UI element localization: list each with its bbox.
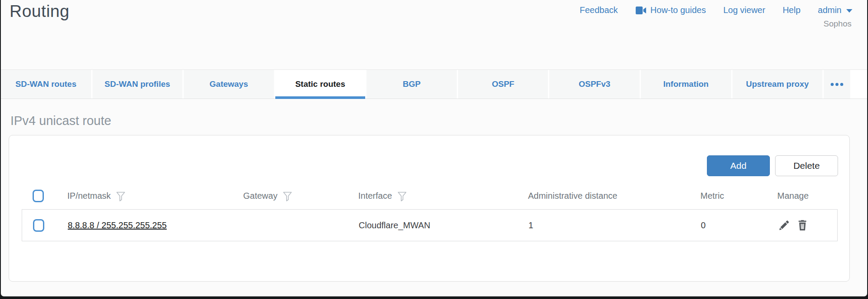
header-select-cell — [22, 190, 54, 202]
table-row: 8.8.8.8 / 255.255.255.255 Cloudflare_MWA… — [22, 209, 838, 241]
add-button[interactable]: Add — [707, 155, 770, 176]
column-label: Interface — [358, 191, 392, 201]
delete-button[interactable]: Delete — [775, 155, 838, 176]
interface-cell: Cloudflare_MWAN — [346, 220, 515, 230]
column-header-manage: Manage — [764, 191, 838, 201]
help-label: Help — [782, 5, 800, 15]
column-header-interface: Interface — [345, 190, 515, 202]
row-checkbox[interactable] — [33, 219, 44, 232]
top-nav: Feedback How-to guides Log viewer Help a… — [580, 5, 852, 15]
log-viewer-link[interactable]: Log viewer — [723, 5, 766, 15]
tab-static-routes[interactable]: Static routes — [275, 70, 367, 99]
tab-bar-filler — [851, 70, 867, 99]
log-viewer-label: Log viewer — [723, 5, 766, 15]
tab-more-menu[interactable] — [824, 70, 851, 99]
ip-netmask-cell: 8.8.8.8 / 255.255.255.255 — [55, 220, 231, 230]
column-header-administrative-distance: Administrative distance — [515, 191, 687, 201]
tab-ospfv3[interactable]: OSPFv3 — [549, 70, 641, 99]
funnel-icon[interactable] — [397, 191, 407, 202]
howto-guides-link[interactable]: How-to guides — [635, 5, 706, 15]
table-header-row: IP/netmask Gateway Interface — [22, 182, 838, 209]
manage-cell — [765, 219, 837, 232]
pencil-icon[interactable] — [778, 219, 791, 232]
tab-sd-wan-routes[interactable]: SD-WAN routes — [1, 70, 92, 99]
tab-bar: SD-WAN routes SD-WAN profiles Gateways S… — [1, 69, 867, 99]
column-label: Administrative distance — [528, 191, 617, 201]
column-label: Manage — [777, 191, 809, 201]
routes-table: IP/netmask Gateway Interface — [22, 182, 838, 241]
page-header: Routing Feedback How-to guides Log viewe… — [1, 0, 867, 69]
video-camera-icon — [635, 6, 647, 15]
help-link[interactable]: Help — [782, 5, 800, 15]
tab-gateways[interactable]: Gateways — [184, 70, 275, 99]
tab-bgp[interactable]: BGP — [366, 70, 458, 99]
admin-menu[interactable]: admin — [818, 5, 852, 15]
funnel-icon[interactable] — [116, 191, 125, 202]
tab-information[interactable]: Information — [641, 70, 733, 99]
administrative-distance-cell: 1 — [515, 220, 688, 230]
column-header-metric: Metric — [687, 191, 764, 201]
ellipsis-icon — [831, 83, 843, 86]
column-header-gateway: Gateway — [230, 190, 345, 202]
column-label: Gateway — [243, 191, 277, 201]
app-window: Routing Feedback How-to guides Log viewe… — [1, 0, 867, 296]
chevron-down-icon — [846, 9, 852, 13]
page-title: Routing — [10, 2, 69, 21]
trash-icon[interactable] — [796, 219, 809, 232]
column-label: Metric — [700, 191, 724, 201]
tab-ospf[interactable]: OSPF — [458, 70, 550, 99]
row-select-cell — [22, 219, 55, 232]
route-link[interactable]: 8.8.8.8 / 255.255.255.255 — [68, 220, 167, 230]
table-toolbar: Add Delete — [707, 155, 838, 176]
howto-guides-label: How-to guides — [650, 5, 706, 15]
metric-cell: 0 — [688, 220, 765, 230]
tab-sd-wan-profiles[interactable]: SD-WAN profiles — [92, 70, 184, 99]
column-label: IP/netmask — [67, 191, 111, 201]
select-all-checkbox[interactable] — [33, 190, 44, 202]
static-routes-panel: Add Delete IP/netmask Gateway — [9, 135, 850, 282]
column-header-ip-netmask: IP/netmask — [54, 190, 230, 202]
tab-upstream-proxy[interactable]: Upstream proxy — [733, 70, 824, 99]
feedback-label: Feedback — [580, 5, 618, 15]
section-heading: IPv4 unicast route — [10, 114, 867, 128]
feedback-link[interactable]: Feedback — [580, 5, 618, 15]
funnel-icon[interactable] — [283, 191, 292, 202]
admin-menu-label: admin — [818, 5, 842, 15]
org-label: Sophos — [824, 19, 851, 29]
